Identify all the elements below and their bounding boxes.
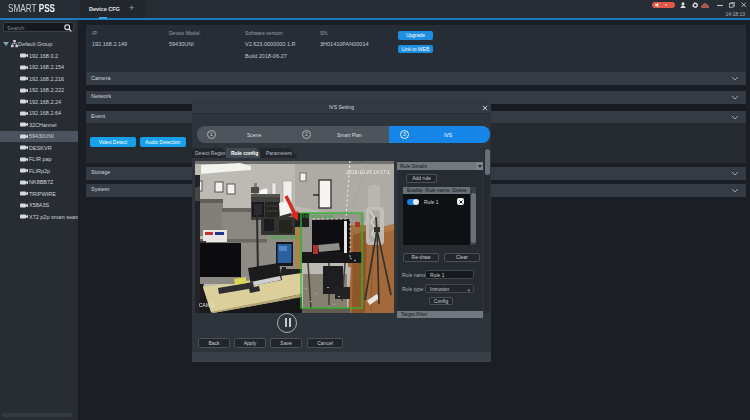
svg-text:2018-10-26 14:17:1: 2018-10-26 14:17:1 <box>346 169 390 175</box>
svg-text:Intrusion area: Intrusion area <box>303 213 334 219</box>
svg-text:CAM 3: CAM 3 <box>199 302 215 308</box>
svg-text:Intrusion area: Intrusion area <box>269 234 300 240</box>
